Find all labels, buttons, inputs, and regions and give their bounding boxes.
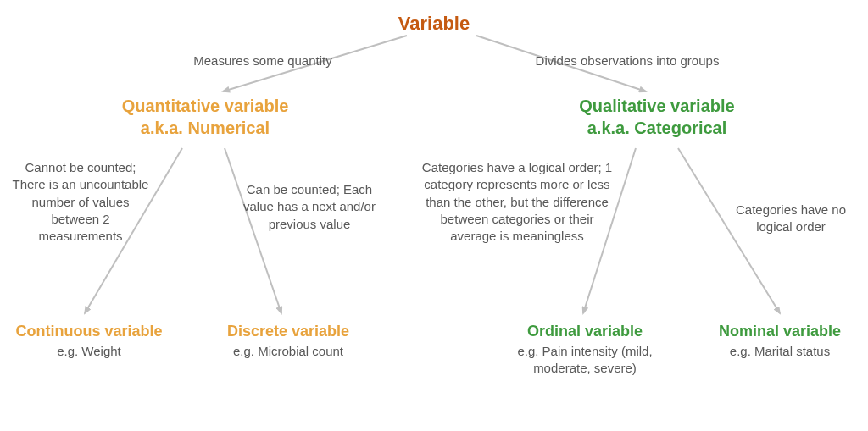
edge-label-to-quant: Measures some quantity bbox=[170, 52, 356, 69]
edge-label-to-continuous: Cannot be counted; There is an uncountab… bbox=[8, 159, 153, 245]
ordinal-title: Ordinal variable bbox=[487, 322, 682, 341]
continuous-example: e.g. Weight bbox=[8, 343, 170, 360]
node-nominal: Nominal variable e.g. Marital status bbox=[704, 322, 856, 360]
nominal-example: e.g. Marital status bbox=[704, 343, 856, 360]
qual-title-line1: Qualitative variable bbox=[564, 95, 750, 117]
quant-title-line2: a.k.a. Numerical bbox=[112, 117, 298, 139]
root-variable: Variable bbox=[0, 12, 868, 36]
edge-label-to-nominal: Categories have no logical order bbox=[727, 202, 854, 236]
quant-title-line1: Quantitative variable bbox=[112, 95, 298, 117]
node-continuous: Continuous variable e.g. Weight bbox=[8, 322, 170, 360]
ordinal-example: e.g. Pain intensity (mild, moderate, sev… bbox=[487, 343, 682, 376]
edge-label-to-ordinal: Categories have a logical order; 1 categ… bbox=[420, 159, 615, 245]
node-quantitative: Quantitative variable a.k.a. Numerical bbox=[112, 95, 298, 139]
nominal-title: Nominal variable bbox=[704, 322, 856, 341]
edge-label-to-discrete: Can be counted; Each value has a next an… bbox=[237, 181, 381, 233]
edge-label-to-qual: Divides observations into groups bbox=[517, 52, 737, 69]
discrete-title: Discrete variable bbox=[208, 322, 369, 341]
continuous-title: Continuous variable bbox=[8, 322, 170, 341]
discrete-example: e.g. Microbial count bbox=[208, 343, 369, 360]
node-qualitative: Qualitative variable a.k.a. Categorical bbox=[564, 95, 750, 139]
node-discrete: Discrete variable e.g. Microbial count bbox=[208, 322, 369, 360]
qual-title-line2: a.k.a. Categorical bbox=[564, 117, 750, 139]
node-ordinal: Ordinal variable e.g. Pain intensity (mi… bbox=[487, 322, 682, 376]
